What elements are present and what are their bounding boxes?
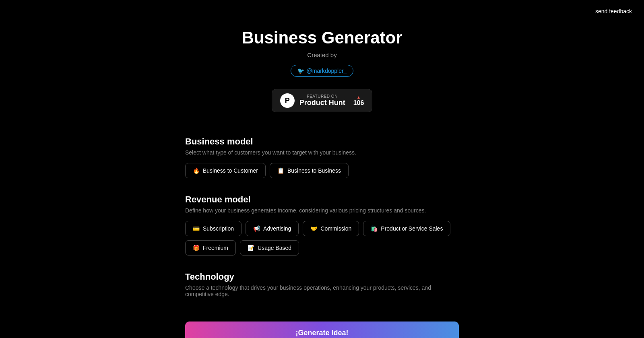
subscription-label: Subscription xyxy=(203,225,234,232)
usage-based-emoji: 📝 xyxy=(248,245,254,251)
technology-section: Technology Choose a technology that driv… xyxy=(185,272,459,297)
btb-button[interactable]: 📋 Business to Business xyxy=(270,163,349,178)
main-content: Business model Select what type of custo… xyxy=(169,136,475,338)
product-hunt-featured-on: FEATURED ON xyxy=(299,94,345,99)
product-hunt-text: FEATURED ON Product Hunt xyxy=(299,94,345,107)
btc-label: Business to Customer xyxy=(203,167,258,174)
freemium-label: Freemium xyxy=(203,245,228,251)
business-model-section: Business model Select what type of custo… xyxy=(185,136,459,178)
commission-emoji: 🤝 xyxy=(310,225,317,232)
business-model-options: 🔥 Business to Customer 📋 Business to Bus… xyxy=(185,163,459,178)
btb-label: Business to Business xyxy=(287,167,341,174)
subscription-button[interactable]: 💳 Subscription xyxy=(185,221,242,236)
created-by-text: Created by xyxy=(0,52,644,58)
btc-emoji: 🔥 xyxy=(193,167,200,174)
technology-desc: Choose a technology that drives your bus… xyxy=(185,284,459,297)
product-hunt-badge[interactable]: P FEATURED ON Product Hunt ▲ 106 xyxy=(272,89,373,112)
revenue-model-options: 💳 Subscription 📢 Advertising 🤝 Commissio… xyxy=(185,221,459,236)
revenue-model-title: Revenue model xyxy=(185,194,459,205)
commission-label: Commission xyxy=(320,225,351,232)
header: Business Generator Created by 🐦 @markdop… xyxy=(0,0,644,112)
twitter-icon: 🐦 xyxy=(297,68,304,74)
revenue-model-section: Revenue model Define how your business g… xyxy=(185,194,459,256)
business-model-title: Business model xyxy=(185,136,459,147)
btc-button[interactable]: 🔥 Business to Customer xyxy=(185,163,266,178)
product-hunt-votes: ▲ 106 xyxy=(353,95,364,107)
twitter-handle: @markdoppler_ xyxy=(307,68,347,74)
btb-emoji: 📋 xyxy=(277,167,284,174)
generate-idea-button[interactable]: ¡Generate idea! xyxy=(185,322,459,338)
usage-based-button[interactable]: 📝 Usage Based xyxy=(240,240,299,256)
product-service-sales-button[interactable]: 🛍️ Product or Service Sales xyxy=(363,221,450,236)
subscription-emoji: 💳 xyxy=(193,225,200,232)
twitter-link[interactable]: 🐦 @markdoppler_ xyxy=(291,65,354,77)
upvote-arrow-icon: ▲ xyxy=(357,95,361,99)
usage-based-label: Usage Based xyxy=(258,245,291,251)
product-hunt-name: Product Hunt xyxy=(299,99,345,107)
advertising-emoji: 📢 xyxy=(253,225,260,232)
vote-count: 106 xyxy=(353,99,364,107)
product-hunt-logo: P xyxy=(280,93,295,108)
product-service-emoji: 🛍️ xyxy=(371,225,378,232)
freemium-emoji: 🎁 xyxy=(193,245,200,251)
freemium-button[interactable]: 🎁 Freemium xyxy=(185,240,236,256)
product-service-label: Product or Service Sales xyxy=(381,225,443,232)
page-title: Business Generator xyxy=(0,28,644,47)
send-feedback-button[interactable]: send feedback xyxy=(595,8,632,14)
business-model-desc: Select what type of customers you want t… xyxy=(185,149,459,156)
technology-title: Technology xyxy=(185,272,459,282)
revenue-model-options-row2: 🎁 Freemium 📝 Usage Based xyxy=(185,240,459,256)
revenue-model-desc: Define how your business generates incom… xyxy=(185,207,459,214)
advertising-label: Advertising xyxy=(263,225,291,232)
advertising-button[interactable]: 📢 Advertising xyxy=(246,221,299,236)
commission-button[interactable]: 🤝 Commission xyxy=(303,221,359,236)
